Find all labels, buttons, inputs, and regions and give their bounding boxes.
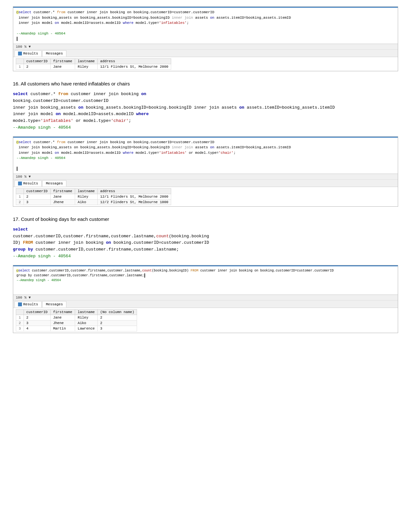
section-17: 17. Count of booking days for each custo… xyxy=(13,216,398,333)
kw-select: select xyxy=(13,92,28,96)
cell-address-16-1: 12/1 Flinders St, Melbourne 2000 xyxy=(97,194,171,199)
tab-results-15[interactable]: Results xyxy=(15,50,42,57)
comment-15: --Amandep singh - 40564 xyxy=(16,32,65,35)
col-customerid-16: customerID xyxy=(24,188,50,194)
zoom-arrow-16[interactable]: ▼ xyxy=(29,175,31,179)
cell-firstname-16-1: Jane xyxy=(50,194,75,199)
col-firstname-17: firstname xyxy=(50,309,75,315)
cell-count-17-3: 3 xyxy=(97,326,137,331)
results-container-16: customerID firstname lastname address 1 … xyxy=(13,187,398,206)
kw-on2-16: on xyxy=(55,151,59,155)
tab-messages-label-16: Messages xyxy=(46,182,63,185)
query-text-16f: inner join model xyxy=(16,151,55,155)
query-marker-16: ◻ xyxy=(16,140,19,144)
tab-messages-17[interactable]: Messages xyxy=(42,301,66,308)
cell-customerid-17-1: 2 xyxy=(24,315,50,320)
comment-17b: --Amandep singh - 40564 xyxy=(16,279,61,282)
cell-firstname-17-3: Martin xyxy=(50,326,75,331)
query-text-17b: (booking.bookingID) xyxy=(152,269,191,272)
cell-customerid-17-2: 3 xyxy=(24,320,50,326)
cell-firstname-17-1: Jane xyxy=(50,315,75,320)
query-text-16c: inner join booking_assets on booking_ass… xyxy=(16,145,172,149)
section-15-result: ◻select customer.* from customer inner j… xyxy=(13,6,398,71)
results-table-17: customerID firstname lastname (No column… xyxy=(16,309,137,331)
col-firstname-16: firstname xyxy=(50,188,75,194)
kw-on2: on xyxy=(55,21,59,25)
tab-results-17[interactable]: Results xyxy=(15,301,42,308)
kw-on: on xyxy=(210,16,214,20)
query-text: inner join model xyxy=(16,21,55,25)
kw-count-17: count xyxy=(156,234,169,239)
str-inflatables: 'inflatables' xyxy=(159,21,187,25)
col-address-16: address xyxy=(97,188,171,194)
comment-17: --Amandep singh - 40564 xyxy=(13,254,71,259)
query-text: assets.itemID=booking_assets.itemID xyxy=(214,16,291,20)
section-17-heading: 17. Count of booking days for each custo… xyxy=(13,216,398,222)
table-row: 2 3 Jhene Aiko 12/2 Flinders St, Melbour… xyxy=(16,199,171,205)
cursor-17 xyxy=(144,273,145,278)
zoom-arrow-17[interactable]: ▼ xyxy=(29,296,31,300)
kw-on-16: on xyxy=(210,145,214,149)
results-icon xyxy=(18,52,22,55)
query-area-15[interactable]: ◻select customer.* from customer inner j… xyxy=(13,8,398,44)
query-text-17a: customer.customerID,customer.firstname,c… xyxy=(30,269,142,272)
ssms-window-16: ◻select customer.* from customer inner j… xyxy=(13,136,398,207)
results-icon-17 xyxy=(18,302,22,306)
tab-messages-16[interactable]: Messages xyxy=(42,180,66,187)
results-tabs-16: Results Messages xyxy=(13,180,398,187)
cursor-16 xyxy=(17,167,17,171)
code-block-17: select customer.customerID,customer.firs… xyxy=(13,226,398,260)
cell-lastname-17-3: Lawrence xyxy=(75,326,98,331)
row-num-17-1: 1 xyxy=(16,315,24,320)
col-customerid-17: customerID xyxy=(24,309,50,315)
col-address: address xyxy=(97,59,171,64)
results-container-15: customerID firstname lastname address 1 … xyxy=(13,57,398,71)
kw-from: from xyxy=(58,92,68,96)
cell-count-17-1: 2 xyxy=(97,315,137,320)
results-container-17: customerID firstname lastname (No column… xyxy=(13,308,398,333)
kw-inner: inner join xyxy=(172,16,193,20)
str-inflatables: 'inflatables' xyxy=(41,118,73,123)
kw-select: select xyxy=(19,10,32,14)
heading-text: 16. All customers who have rented inflat… xyxy=(13,81,130,86)
table-row: 1 2 Jane Riley 12/1 Flinders St, Melbour… xyxy=(16,194,171,199)
comment-16: --Amandep singh - 40564 xyxy=(13,125,71,130)
tab-messages-15[interactable]: Messages xyxy=(42,50,66,57)
tab-results-16[interactable]: Results xyxy=(15,180,42,187)
col-customerid: customerID xyxy=(24,59,50,64)
query-text-16i: or model.type= xyxy=(187,151,219,155)
query-text: customer.* xyxy=(31,10,57,14)
kw-on3: on xyxy=(239,105,244,110)
str-chair: 'chair' xyxy=(111,118,129,123)
table-row: 3 4 Martin Lawrence 3 xyxy=(16,326,137,331)
cell-lastname-16-1: Riley xyxy=(75,194,98,199)
tab-messages-label-17: Messages xyxy=(46,302,63,306)
kw-count-17b: count xyxy=(142,269,152,272)
query-area-17[interactable]: ◻select customer.customerID,customer.fir… xyxy=(13,266,398,295)
query-text-16: customer.* xyxy=(31,140,57,144)
col-empty-16 xyxy=(16,188,24,194)
cell-firstname-17-2: Jhene xyxy=(50,320,75,326)
cell-customerid-16-2: 3 xyxy=(24,199,50,205)
query-area-16[interactable]: ◻select customer.* from customer inner j… xyxy=(13,138,398,174)
cell-lastname-17-2: Aiko xyxy=(75,320,98,326)
row-num-17-3: 3 xyxy=(16,326,24,331)
cell-lastname-16-2: Aiko xyxy=(75,199,98,205)
comment-16b: --Amandep singh - 40564 xyxy=(16,156,65,160)
query-text-16j: ; xyxy=(233,151,236,155)
col-lastname-16: lastname xyxy=(75,188,98,194)
kw-where: where xyxy=(136,112,149,116)
kw-inner-16: inner join xyxy=(172,145,193,149)
ssms-window-15: ◻select customer.* from customer inner j… xyxy=(13,6,398,71)
cursor xyxy=(17,37,17,41)
results-tabs-17: Results Messages xyxy=(13,300,398,308)
section-16-heading: 16. All customers who have rented inflat… xyxy=(13,81,398,86)
results-tabs-15: Results Messages xyxy=(13,50,398,57)
table-row: 1 2 Jane Riley 12/1 Flinders St, Melbour… xyxy=(16,64,171,70)
cell-firstname: Jane xyxy=(50,64,75,70)
zoom-arrow[interactable]: ▼ xyxy=(29,45,31,49)
cell-firstname-16-2: Jhene xyxy=(50,199,75,205)
cell-customerid-17-3: 4 xyxy=(24,326,50,331)
kw-from-17b: FROM xyxy=(191,269,198,272)
cell-lastname-17-1: Riley xyxy=(75,315,98,320)
